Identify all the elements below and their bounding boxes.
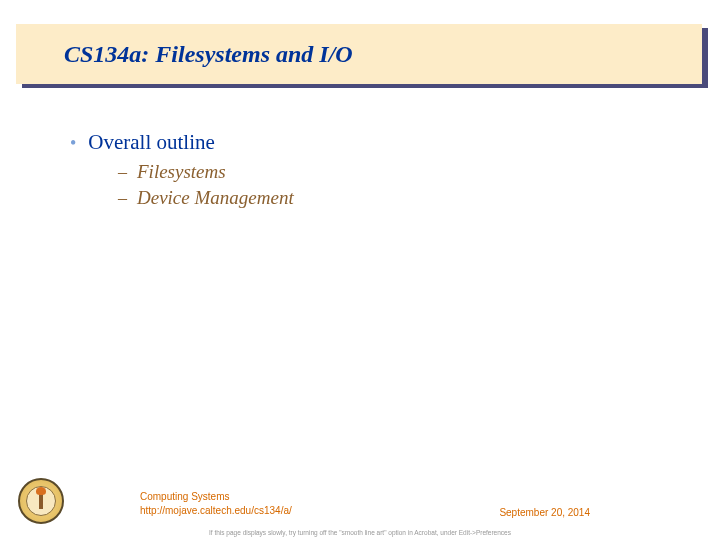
slide-title: CS134a: Filesystems and I/O: [64, 41, 353, 68]
institution-seal-icon: [18, 478, 64, 524]
bullet-dot-icon: •: [70, 134, 76, 152]
footer-info: Computing Systems http://mojave.caltech.…: [140, 490, 292, 518]
bullet-level1: • Overall outline: [70, 130, 650, 155]
bullet-text: Filesystems: [137, 161, 226, 183]
bullet-dash-icon: –: [118, 188, 127, 209]
footer-date: September 20, 2014: [499, 507, 590, 518]
bullet-level2: – Device Management: [118, 187, 650, 209]
slide-content: • Overall outline – Filesystems – Device…: [70, 130, 650, 213]
footer-url: http://mojave.caltech.edu/cs134/a/: [140, 504, 292, 518]
bullet-dash-icon: –: [118, 162, 127, 183]
title-bar: CS134a: Filesystems and I/O: [16, 24, 702, 84]
bullet-text: Overall outline: [88, 130, 215, 155]
bullet-text: Device Management: [137, 187, 294, 209]
footer-course-name: Computing Systems: [140, 490, 292, 504]
rendering-note: If this page displays slowly, try turnin…: [0, 529, 720, 536]
bullet-level2: – Filesystems: [118, 161, 650, 183]
